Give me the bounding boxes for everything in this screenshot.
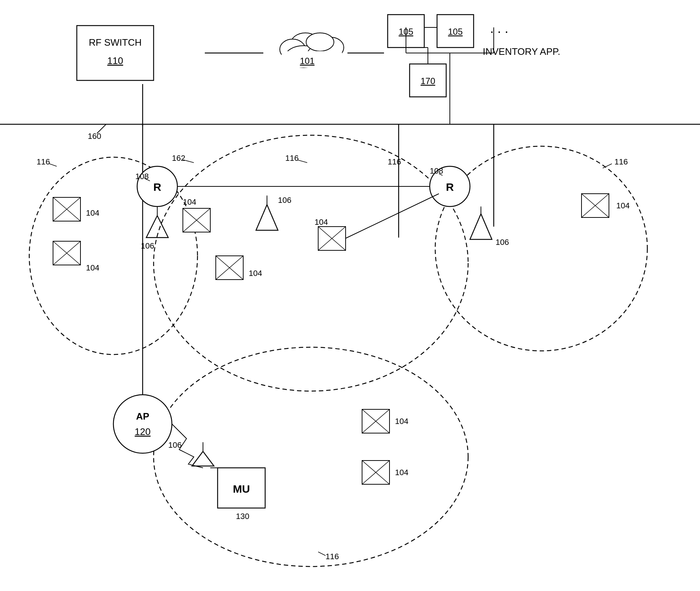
ref-104-left: 104 xyxy=(86,263,99,272)
ref-116-right-top: 116 xyxy=(388,157,401,166)
ref-106-mid: 106 xyxy=(278,196,291,205)
diagram-container: RF SWITCH 110 101 105 105 . . . 170 xyxy=(0,0,700,591)
ref-116-left: 116 xyxy=(37,157,50,166)
ref-104-right-outer: 104 xyxy=(616,201,630,210)
inventory-app-label: INVENTORY APP. xyxy=(483,46,560,57)
ref-162: 162 xyxy=(172,154,185,163)
ref-104-mid-center: 104 xyxy=(249,269,262,278)
ap-label: AP xyxy=(136,411,149,422)
svg-point-15 xyxy=(306,33,334,51)
rfid-tag-mid-left xyxy=(183,208,210,232)
server-105-2: 105 xyxy=(448,27,463,37)
ref-104-bottom-2: 104 xyxy=(395,468,409,477)
ref-106-bottom: 106 xyxy=(168,440,182,450)
ref-116-mid: 116 xyxy=(285,154,299,163)
rf-switch-id: 110 xyxy=(107,55,123,66)
router-r-left: R xyxy=(153,181,161,193)
svg-point-68 xyxy=(113,395,172,453)
ref-104-mid-left: 104 xyxy=(183,197,196,207)
ref-104-mid-right: 104 xyxy=(315,217,328,227)
cloud-id: 101 xyxy=(300,56,315,66)
svg-rect-9 xyxy=(77,26,154,80)
ref-116-bottom: 116 xyxy=(325,552,339,561)
ref-108-right: 108 xyxy=(430,166,443,175)
rfid-tag-left-1 xyxy=(53,197,80,221)
ref-106-right: 106 xyxy=(496,238,509,247)
router-r-right: R xyxy=(446,181,454,193)
rfid-tag-right-outer xyxy=(582,194,609,217)
ref-104-bottom-1: 104 xyxy=(395,417,409,426)
ref-116-right: 116 xyxy=(614,157,628,166)
rf-switch-label: RF SWITCH xyxy=(89,37,142,48)
ref-104-left-top: 104 xyxy=(86,208,99,217)
ref-130: 130 xyxy=(236,512,249,521)
ap-id: 120 xyxy=(135,426,150,437)
mu-label: MU xyxy=(233,483,250,495)
server-170: 170 xyxy=(421,76,435,86)
svg-rect-0 xyxy=(0,0,700,591)
ref-160: 160 xyxy=(88,132,101,141)
ellipsis: . . . xyxy=(490,21,508,36)
